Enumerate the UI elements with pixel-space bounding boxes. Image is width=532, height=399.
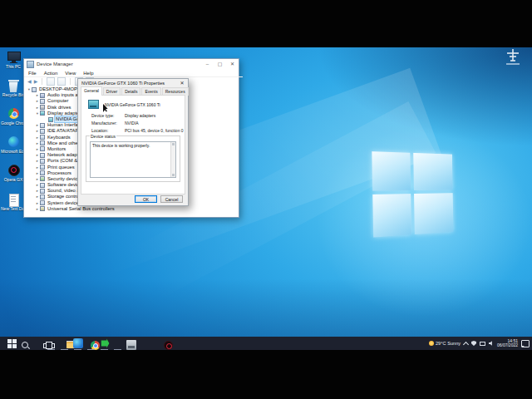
audio-icon <box>40 93 45 98</box>
desktop-icon-edge[interactable]: Microsoft Edge <box>1 135 26 154</box>
windows-logo-pane <box>372 151 411 191</box>
device-status-group: Device status This device is working pro… <box>86 135 180 182</box>
device-status-text: This device is working properly. <box>92 143 170 148</box>
action-center-icon[interactable] <box>521 340 529 347</box>
scroll-up-icon[interactable] <box>172 143 175 145</box>
desktop-icon-this-pc[interactable]: This PC <box>1 51 26 69</box>
search-icon[interactable] <box>20 340 30 350</box>
monitor-icon <box>40 146 45 151</box>
hidden-icons-chevron[interactable] <box>463 341 469 347</box>
recycle-bin-icon <box>7 79 21 92</box>
security-tray-icon[interactable] <box>471 341 476 346</box>
desktop-icon-text-document[interactable]: New Text Document <box>1 193 26 211</box>
menu-item-help[interactable]: Help <box>83 71 93 76</box>
tab-general[interactable]: General <box>81 86 102 96</box>
taskbar-clock[interactable]: 14:51 06/07/2022 <box>497 339 518 348</box>
field-row: Manufacturer: NVIDIA <box>91 121 139 126</box>
device-manager-app-icon <box>27 61 34 68</box>
ok-button[interactable]: OK <box>135 195 157 203</box>
forward-icon[interactable]: ▶ <box>34 78 38 84</box>
display-icon <box>48 117 53 122</box>
desktop-icon-recycle-bin[interactable]: Recycle Bin <box>1 79 26 97</box>
cancel-button[interactable]: Cancel <box>160 195 183 203</box>
device-name: NVIDIA GeForce GTX 1060 Ti <box>105 102 160 107</box>
back-icon[interactable]: ◀ <box>27 78 32 84</box>
windows-logo-pane <box>414 193 453 234</box>
volume-icon[interactable] <box>489 341 494 346</box>
dialog-title: NVIDIA GeForce GTX 1060 Ti Properties <box>78 81 165 86</box>
field-value: PCI bus 45, device 0, function 0 <box>125 128 184 133</box>
taskbar: 29°C Sunny 14:51 06/07/2022 <box>0 337 532 350</box>
windows-logo-pane <box>413 153 452 190</box>
cpu-icon <box>40 170 45 175</box>
tree-item-label: Print queues <box>47 165 76 170</box>
weather-condition: Sunny <box>447 341 461 346</box>
gpu-device-icon <box>88 100 99 109</box>
field-value: Display adapters <box>125 113 155 118</box>
this-pc-icon <box>7 51 21 64</box>
system-icon <box>40 200 45 205</box>
green-app-taskbar-icon[interactable] <box>100 338 110 348</box>
disk-icon <box>40 105 45 110</box>
opera-gx-icon <box>7 164 21 177</box>
text-document-icon <box>7 193 21 206</box>
minimize-button[interactable]: – <box>201 59 214 69</box>
hid-icon <box>40 123 45 128</box>
security-icon <box>40 176 45 181</box>
channel-watermark-icon <box>502 48 524 66</box>
desktop-icon-label: This PC <box>1 65 26 69</box>
general-tab-page: NVIDIA GeForce GTX 1060 Ti Device type: … <box>81 95 185 195</box>
menu-item-file[interactable]: File <box>28 71 37 76</box>
chrome-icon <box>7 107 21 121</box>
tree-item-label: Universal Serial Bus controllers <box>47 206 116 212</box>
tree-item-label: Keyboards <box>47 135 71 140</box>
desktop-icon-opera-gx[interactable]: Opera GX <box>1 164 26 182</box>
blue-app-taskbar-icon[interactable] <box>73 338 83 348</box>
scroll-down-icon[interactable] <box>172 174 175 176</box>
start-button[interactable] <box>7 338 17 349</box>
device-status-textarea[interactable]: This device is working properly. <box>90 141 176 178</box>
desktop-icon-label: Opera GX <box>1 178 26 182</box>
desktop-icon-label: Recycle Bin <box>1 93 26 97</box>
maximize-button[interactable]: ▢ <box>214 59 226 69</box>
desktop-icon-label: New Text Document <box>1 207 26 211</box>
menu-item-action[interactable]: Action <box>44 71 58 76</box>
field-label: Location: <box>91 128 125 133</box>
field-row: Device type: Display adapters <box>91 113 155 118</box>
desktop-icon-label: Microsoft Edge <box>1 150 26 154</box>
system-tray: 29°C Sunny 14:51 06/07/2022 <box>429 337 529 350</box>
device-manager-taskbar-icon[interactable] <box>126 340 136 350</box>
toolbar-separator <box>70 78 71 85</box>
ide-icon <box>40 129 45 134</box>
storage-icon <box>40 195 45 200</box>
dialog-close-button[interactable]: ✕ <box>178 79 186 87</box>
display-tray-icon[interactable] <box>480 342 485 347</box>
clock-date: 06/07/2022 <box>497 343 518 348</box>
field-value: NVIDIA <box>125 121 139 126</box>
weather-widget[interactable]: 29°C Sunny <box>429 341 461 346</box>
properties-icon[interactable] <box>57 77 66 86</box>
opera-gx-taskbar-icon[interactable] <box>163 340 173 350</box>
computer-icon <box>40 99 45 104</box>
field-label: Manufacturer: <box>91 121 125 126</box>
console-tree-icon[interactable] <box>47 77 55 86</box>
windows-logo <box>372 151 453 237</box>
usb-icon <box>40 206 45 211</box>
letterbox-top <box>0 0 532 47</box>
desktop-icon-chrome[interactable]: Google Chrome <box>1 107 26 126</box>
network-icon <box>40 153 45 158</box>
printer-icon <box>40 165 45 170</box>
weather-temp: 29°C <box>436 341 446 346</box>
tree-item-label: Disk drives <box>47 105 71 111</box>
desktop-icon-label: Google Chrome <box>1 121 26 126</box>
close-button[interactable]: ✕ <box>226 59 239 69</box>
screen: This PC Recycle Bin Google Chrome Micros… <box>0 0 532 399</box>
menu-item-view[interactable]: View <box>65 71 76 76</box>
display-icon <box>40 111 45 116</box>
tree-item[interactable]: ▸Universal Serial Bus controllers <box>25 206 238 212</box>
mouse-icon <box>40 140 45 145</box>
scrollbar[interactable] <box>170 142 175 177</box>
keyboard-icon <box>40 135 45 140</box>
tree-item-label: Processors <box>47 170 72 176</box>
sound-icon <box>40 189 45 194</box>
